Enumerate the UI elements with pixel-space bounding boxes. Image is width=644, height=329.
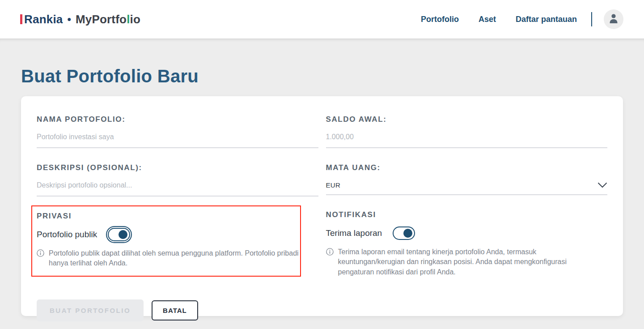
terima-laporan-toggle[interactable] xyxy=(393,226,415,240)
nama-portofolio-field: NAMA PORTOFOLIO: xyxy=(37,115,318,148)
saldo-awal-input[interactable] xyxy=(326,133,608,148)
nav-item-daftar-pantauan[interactable]: Daftar pantauan xyxy=(516,15,577,24)
logo-separator: • xyxy=(67,13,71,26)
deskripsi-label: DESKRIPSI (OPSIONAL): xyxy=(37,163,318,172)
portofolio-publik-toggle[interactable] xyxy=(108,228,130,241)
main-nav: Portofolio Aset Daftar pantauan xyxy=(401,9,623,29)
deskripsi-field: DESKRIPSI (OPSIONAL): xyxy=(37,163,318,197)
mata-uang-field: MATA UANG: EUR xyxy=(326,163,608,195)
mata-uang-selected-value: EUR xyxy=(326,181,341,189)
buat-portofolio-button[interactable]: BUAT PORTOFOLIO xyxy=(37,299,144,321)
saldo-awal-field: SALDO AWAL: xyxy=(326,115,608,148)
form-left-column: NAMA PORTOFOLIO: DESKRIPSI (OPSIONAL): P… xyxy=(37,115,318,269)
form-actions: BUAT PORTOFOLIO BATAL xyxy=(37,299,607,321)
brand-name: Rankia xyxy=(20,13,63,26)
page-body: Buat Portofolio Baru NAMA PORTOFOLIO: DE… xyxy=(0,38,644,329)
portofolio-publik-label: Portofolio publik xyxy=(37,230,97,239)
nav-item-aset[interactable]: Aset xyxy=(479,15,496,24)
info-icon xyxy=(37,249,44,257)
privasi-info-text: Portofolio publik dapat dilihat oleh sem… xyxy=(49,248,301,269)
info-icon xyxy=(326,248,334,256)
form-right-column: SALDO AWAL: MATA UANG: EUR NOTIFIKASI Te… xyxy=(326,115,608,277)
privasi-heading: PRIVASI xyxy=(37,212,318,221)
notifikasi-section: NOTIFIKASI Terima laporan Terima laporan… xyxy=(326,210,608,277)
batal-button[interactable]: BATAL xyxy=(152,300,198,320)
create-portfolio-card: NAMA PORTOFOLIO: DESKRIPSI (OPSIONAL): P… xyxy=(21,96,623,316)
page-title: Buat Portofolio Baru xyxy=(21,38,623,86)
privasi-section: PRIVASI Portofolio publik Portofolio pub… xyxy=(37,212,318,269)
chevron-down-icon xyxy=(597,182,607,188)
notifikasi-heading: NOTIFIKASI xyxy=(326,210,608,219)
top-header: Rankia • MyPortfolio Portofolio Aset Daf… xyxy=(0,0,644,38)
mata-uang-label: MATA UANG: xyxy=(326,163,608,172)
product-name: MyPortfolio xyxy=(76,13,140,26)
user-avatar[interactable] xyxy=(604,9,623,29)
nav-item-portofolio[interactable]: Portofolio xyxy=(421,15,459,24)
terima-laporan-label: Terima laporan xyxy=(326,228,382,238)
app-logo[interactable]: Rankia • MyPortfolio xyxy=(20,13,140,26)
person-icon xyxy=(608,13,619,26)
nama-portofolio-input[interactable] xyxy=(37,133,318,148)
nama-portofolio-label: NAMA PORTOFOLIO: xyxy=(37,115,318,124)
mata-uang-select[interactable]: EUR xyxy=(326,181,608,195)
nav-divider xyxy=(591,12,592,26)
deskripsi-input[interactable] xyxy=(37,181,318,197)
notifikasi-info-text: Terima laporan email tentang kinerja por… xyxy=(338,247,591,277)
saldo-awal-label: SALDO AWAL: xyxy=(326,115,608,124)
